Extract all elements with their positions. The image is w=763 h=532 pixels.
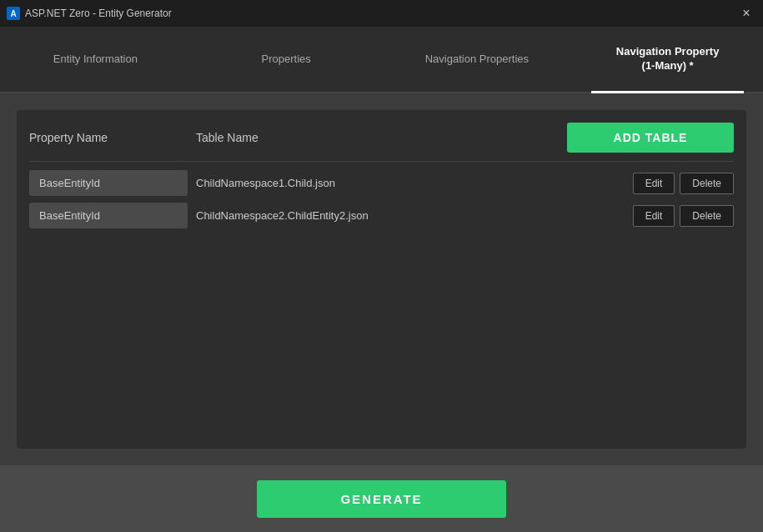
tab-navigation-properties[interactable]: Navigation Properties — [382, 27, 573, 92]
property-name-cell: BaseEntityId — [29, 203, 188, 228]
app-icon: A — [7, 7, 20, 20]
title-bar-text: ASP.NET Zero - Entity Generator — [25, 8, 172, 19]
footer: GENERATE — [0, 465, 763, 532]
property-name-cell: BaseEntityId — [29, 170, 188, 196]
table-header: Property Name Table Name ADD TABLE — [29, 123, 734, 153]
property-name-header: Property Name — [29, 131, 196, 144]
generate-button[interactable]: GENERATE — [257, 480, 505, 518]
title-bar-left: A ASP.NET Zero - Entity Generator — [7, 7, 172, 20]
edit-button[interactable]: Edit — [633, 173, 675, 194]
table-name-header: Table Name — [196, 131, 567, 144]
table-name-cell: ChildNamespace2.ChildEntity2.json — [196, 203, 625, 228]
tab-navigation-property-1many[interactable]: Navigation Property(1-Many) * — [572, 27, 763, 92]
close-button[interactable]: × — [736, 3, 756, 23]
table-name-cell: ChildNamespace1.Child.json — [196, 170, 625, 196]
table-row: BaseEntityId ChildNamespace1.Child.json … — [29, 170, 734, 196]
title-bar: A ASP.NET Zero - Entity Generator × — [0, 0, 763, 27]
main-content: Property Name Table Name ADD TABLE BaseE… — [0, 93, 763, 465]
edit-button[interactable]: Edit — [633, 205, 675, 227]
tab-bar: Entity Information Properties Navigation… — [0, 27, 763, 93]
row-actions: Edit Delete — [633, 205, 734, 227]
add-table-button[interactable]: ADD TABLE — [567, 123, 734, 153]
header-divider — [29, 161, 734, 162]
row-actions: Edit Delete — [633, 173, 734, 194]
table-row: BaseEntityId ChildNamespace2.ChildEntity… — [29, 203, 734, 228]
tab-entity-information[interactable]: Entity Information — [0, 27, 191, 92]
tab-properties[interactable]: Properties — [191, 27, 382, 92]
panel: Property Name Table Name ADD TABLE BaseE… — [17, 110, 746, 449]
delete-button[interactable]: Delete — [680, 173, 734, 194]
delete-button[interactable]: Delete — [680, 205, 734, 227]
